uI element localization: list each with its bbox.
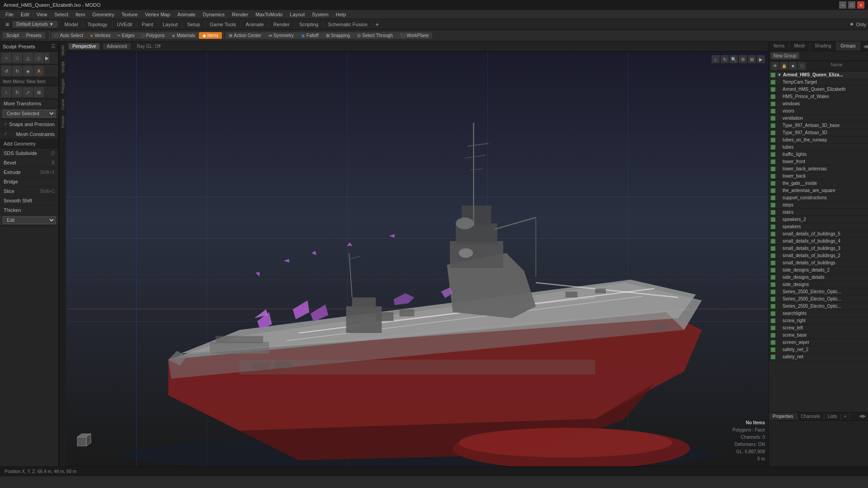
rp-eye-button[interactable]: 👁 (771, 62, 779, 70)
menu-help[interactable]: Help (332, 11, 350, 18)
tree-item[interactable]: side_designs_details_2 (769, 267, 868, 274)
panel-toggle[interactable]: ▶ (45, 53, 49, 63)
icon-rotate-right[interactable]: ↻ (12, 66, 22, 76)
icon-diamond[interactable]: ◇ (34, 53, 44, 63)
menu-render[interactable]: Render (228, 11, 252, 18)
action-center-button[interactable]: ⊕ Action Center (225, 32, 265, 39)
tree-item[interactable]: small_details_of_buildings_3 (769, 245, 868, 252)
slice-item[interactable]: Slice Shift+C (0, 187, 58, 196)
vtab-sculpt[interactable]: Sculpt (60, 59, 66, 75)
rp-tab-mesh[interactable]: Mesh (789, 42, 810, 51)
layout-tab-scripting[interactable]: Scripting (295, 21, 324, 28)
vertices-button[interactable]: ● Vertices (87, 32, 114, 39)
snaps-precision-item[interactable]: ✓ Snaps and Precision (0, 119, 58, 129)
materials-button[interactable]: ◈ Materials (168, 32, 199, 39)
minimize-button[interactable]: ─ (839, 1, 846, 9)
tree-item[interactable]: visors (769, 108, 868, 115)
menu-system[interactable]: System (308, 11, 332, 18)
vp-expand-button[interactable]: ▶ (757, 55, 765, 63)
tree-item[interactable]: Series_2500_Electro_Optic... (769, 288, 868, 296)
tree-item[interactable]: tower_front (769, 158, 868, 165)
menu-file[interactable]: File (2, 11, 17, 18)
layout-tab-model[interactable]: Model (60, 21, 83, 28)
menu-geometry[interactable]: Geometry (89, 11, 118, 18)
layout-tab-gametools[interactable]: Game Tools (205, 21, 241, 28)
layout-tab-uvedit[interactable]: UVEdit (113, 21, 137, 28)
icon-rotate[interactable]: ↻ (12, 87, 22, 97)
vp-refresh-button[interactable]: ↻ (721, 55, 729, 63)
add-panel-button[interactable]: + (841, 413, 849, 420)
extrude-item[interactable]: Extrude Shift+X (0, 168, 58, 177)
falloff-button[interactable]: ◉ Falloff (297, 32, 322, 39)
icon-transform-more[interactable]: ⊞ (34, 87, 44, 97)
menu-select[interactable]: Select (51, 11, 72, 18)
more-transforms-item[interactable]: More Transforms (0, 99, 58, 108)
edges-button[interactable]: ━ Edges (114, 32, 138, 39)
icon-scale[interactable]: ⤢ (23, 87, 33, 97)
tree-item[interactable]: small_details_of_buildings_5 (769, 230, 868, 238)
tree-item[interactable]: searchlights (769, 310, 868, 317)
default-layouts-dropdown[interactable]: Default Layouts ▼ (13, 21, 57, 28)
vp-search-button[interactable]: 🔍 (730, 55, 738, 63)
tree-item[interactable]: ventilation (769, 115, 868, 122)
lists-tab[interactable]: Lists (824, 413, 841, 420)
tree-item[interactable]: side_designs (769, 281, 868, 288)
tree-item[interactable]: side_designs_details (769, 274, 868, 281)
icon-text-a[interactable]: A (34, 66, 44, 76)
layout-tab-paint[interactable]: Paint (137, 21, 158, 28)
menu-dynamics[interactable]: Dynamics (199, 11, 228, 18)
layout-add-button[interactable]: + (373, 20, 382, 29)
rp-expand-icon[interactable]: ◀▶ (860, 42, 868, 51)
tree-item[interactable]: Armed_HMS_Queen_Elizabeth (769, 86, 868, 93)
tree-root[interactable]: ▼ Armed_HMS_Queen_Eliza... (769, 71, 868, 79)
menu-layout[interactable]: Layout (286, 11, 308, 18)
layout-tab-setup[interactable]: Setup (183, 21, 205, 28)
tree-item[interactable]: screw_right (769, 317, 868, 324)
vtab-curve[interactable]: Curve (60, 96, 66, 113)
tree-item[interactable]: speakers (769, 223, 868, 230)
tree-item[interactable]: small_details_of_buildings (769, 259, 868, 267)
edit-dropdown[interactable]: Edit (3, 216, 56, 224)
presets-toggle[interactable]: Presets (23, 32, 45, 39)
ship-3d-view[interactable]: ⌂ ↻ 🔍 ⚙ ⊞ ▶ No Items Polygons : Face Cha (66, 52, 769, 466)
orientation-cube[interactable] (75, 430, 93, 448)
icon-triangle[interactable]: △ (23, 53, 33, 63)
center-selected-dropdown[interactable]: Center Selected (3, 110, 56, 117)
icon-rotate-left[interactable]: ↺ (1, 66, 11, 76)
vtab-fusion[interactable]: Fusion (60, 113, 66, 131)
tree-item[interactable]: HMS_Prince_of_Wales (769, 93, 868, 100)
channels-tab[interactable]: Channels (797, 413, 824, 420)
icon-square[interactable]: □ (12, 53, 22, 63)
tree-item[interactable]: tower_back (769, 173, 868, 180)
rp-color-button[interactable]: ■ (789, 62, 797, 70)
rp-lock-button[interactable]: 🔒 (780, 62, 788, 70)
menu-item[interactable]: Item (72, 11, 89, 18)
layout-tab-topology[interactable]: Topology (83, 21, 113, 28)
menu-animate[interactable]: Animate (174, 11, 199, 18)
tree-item[interactable]: screw_base (769, 332, 868, 339)
thicken-item[interactable]: Thicken (0, 206, 58, 215)
tree-item[interactable]: Series_2500_Electro_Optic... (769, 303, 868, 310)
smooth-shift-item[interactable]: Smooth Shift (0, 196, 58, 206)
tree-item[interactable]: safety_net (769, 353, 868, 361)
icon-move[interactable]: ↕ (1, 87, 11, 97)
viewport-tab-perspective[interactable]: Perspective (69, 43, 99, 49)
vtab-polygon[interactable]: Polygon (60, 76, 66, 96)
tree-item[interactable]: windows (769, 100, 868, 108)
rp-display-button[interactable]: □ (798, 62, 806, 70)
vp-settings-button[interactable]: ⚙ (739, 55, 747, 63)
layout-tab-layout[interactable]: Layout (158, 21, 183, 28)
tree-item[interactable]: tubes (769, 144, 868, 151)
tree-item[interactable]: stairs (769, 209, 868, 216)
rp-tab-shading[interactable]: Shading (810, 42, 836, 51)
bottom-expand-icon[interactable]: ◀▶ (859, 413, 866, 419)
menu-view[interactable]: View (33, 11, 51, 18)
maximize-button[interactable]: □ (848, 1, 855, 9)
items-button[interactable]: ◆ Items (199, 32, 222, 39)
mesh-constraints-item[interactable]: ✓ Mesh Constraints (0, 129, 58, 139)
tree-item[interactable]: tower_back_antennas (769, 165, 868, 173)
layout-tab-render[interactable]: Render (269, 21, 295, 28)
tree-item[interactable]: the_gate__inside (769, 180, 868, 187)
tree-item[interactable]: screen_wiper (769, 339, 868, 346)
bridge-item[interactable]: Bridge (0, 177, 58, 187)
